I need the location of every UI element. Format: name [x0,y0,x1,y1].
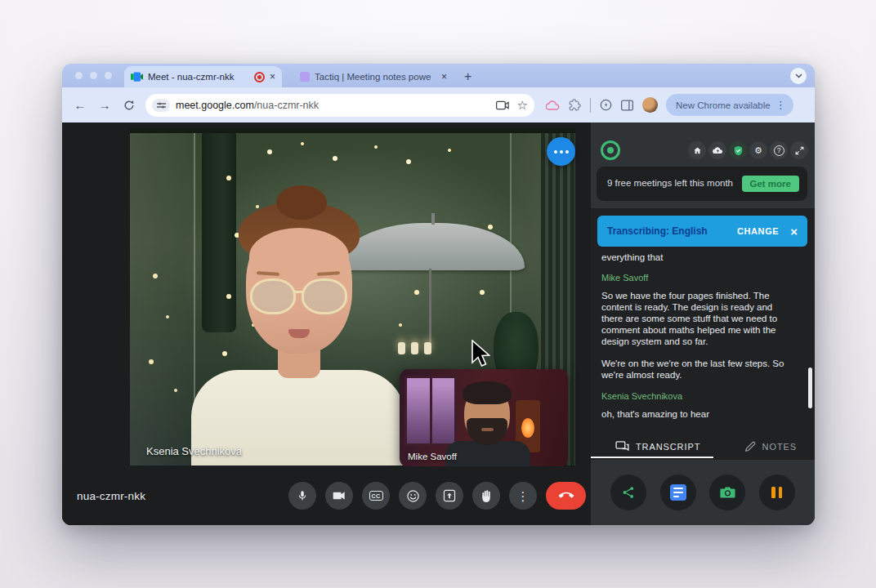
tactiq-header: ⚙ ? 9 free meetings left this month Get … [591,122,815,208]
google-docs-icon [670,484,686,501]
more-options-button[interactable]: ⋮ [509,482,537,510]
mouse-cursor [471,340,490,369]
present-screen-button[interactable] [436,482,463,510]
forward-button[interactable]: → [95,96,114,115]
chevron-down-icon [795,74,802,78]
tab-close-icon[interactable]: × [441,72,447,82]
pause-icon [771,487,782,498]
captions-button[interactable]: CC [362,482,390,510]
scrollbar-thumb[interactable] [808,368,812,408]
end-call-icon [556,485,576,506]
pip-name-label: Mike Savoff [408,452,457,461]
get-more-button[interactable]: Get more [742,176,800,192]
reload-button[interactable] [119,96,139,115]
chrome-update-button[interactable]: New Chrome available ⋮ [666,94,793,116]
bookmark-star-icon[interactable]: ☆ [517,98,528,113]
extension-badge-icon[interactable] [600,99,612,111]
tactiq-actions-bar [591,460,815,525]
home-icon[interactable] [688,141,706,159]
tactiq-sidebar: ⚙ ? 9 free meetings left this month Get … [591,122,815,525]
close-window-button[interactable] [75,72,83,79]
reactions-button[interactable] [399,482,427,510]
participant-mouth [288,329,310,338]
browser-toolbar: ← → meet.google.com/nua-czmr-nkk [62,87,815,122]
camera-in-use-icon[interactable] [496,100,509,110]
new-tab-button[interactable]: + [464,69,472,84]
tab-title: Meet - nua-czmr-nkk [148,72,249,82]
share-button[interactable] [610,474,646,510]
tab-notes-label: NOTES [762,442,797,452]
change-language-button[interactable]: CHANGE [737,226,779,236]
participant-hair-bun [276,185,327,220]
reload-icon [123,100,135,111]
cloud-sync-icon[interactable] [708,141,726,159]
chrome-update-label: New Chrome available [676,100,771,110]
transcribing-label: Transcribing: English [607,225,708,237]
tab-transcript[interactable]: TRANSCRIPT [615,441,700,452]
url-text: meet.google.com/nua-czmr-nkk [176,100,496,111]
transcript-body[interactable]: everything that Mike Savoff So we have t… [601,252,796,430]
pip-window [404,376,457,446]
glass-panel-left [130,128,195,466]
side-panel-icon[interactable] [621,100,633,111]
glasses-bridge [293,291,304,293]
more-menu-icon[interactable]: ⋮ [775,99,786,111]
chat-icon [615,441,629,452]
pause-button[interactable] [759,474,795,510]
transcript-text: oh, that's amazing to hear [601,408,796,420]
site-settings-icon[interactable] [152,99,170,112]
recording-indicator-icon [254,72,265,82]
maximize-window-button[interactable] [105,72,112,79]
panel-tabs: TRANSCRIPT NOTES [591,435,815,460]
raise-hand-button[interactable] [472,482,500,510]
glasses-lens [250,278,296,314]
pencil-icon [744,441,756,452]
toolbar-divider [590,98,591,113]
screenshot-button[interactable] [709,474,745,510]
tab-tactiq[interactable]: Tactiq | Meeting notes powe × [293,66,454,87]
glasses-lens [302,278,347,314]
pip-hair [463,381,512,404]
meet-favicon-icon [131,72,143,82]
address-bar[interactable]: meet.google.com/nua-czmr-nkk ☆ [145,94,534,117]
close-transcribing-icon[interactable]: × [790,225,798,238]
privacy-shield-icon[interactable] [729,141,747,159]
tab-search-button[interactable] [790,68,807,84]
pink-cloud-extension-icon[interactable] [546,100,560,110]
help-icon[interactable]: ? [770,141,788,159]
profile-avatar[interactable] [642,97,658,113]
tactiq-logo-icon[interactable] [601,140,620,160]
microphone-button[interactable] [288,482,316,510]
patio-umbrella [338,223,525,270]
chat-notification-bubble[interactable] [547,137,575,166]
speaker-name: Ksenia Svechnikova [601,391,796,401]
pip-video-tile[interactable]: Mike Savoff [400,369,568,467]
camera-button[interactable] [325,482,353,510]
tab-title: Tactiq | Meeting notes powe [315,72,436,82]
camera-icon [720,486,735,499]
extensions-puzzle-icon[interactable] [569,99,581,111]
end-call-button[interactable] [546,482,586,510]
back-button[interactable]: ← [70,96,90,115]
candles [398,342,431,354]
export-to-docs-button[interactable] [660,474,696,510]
settings-gear-icon[interactable]: ⚙ [749,141,767,159]
expand-icon[interactable] [790,141,808,159]
tab-notes[interactable]: NOTES [744,441,797,452]
window-controls[interactable] [75,72,112,79]
captions-icon: CC [369,491,383,501]
url-domain: meet.google.com [176,100,254,111]
browser-window: Meet - nua-czmr-nkk × Tactiq | Meeting n… [62,64,815,525]
tab-meet[interactable]: Meet - nua-czmr-nkk × [124,66,282,87]
tab-close-icon[interactable]: × [270,72,275,82]
url-path: /nua-czmr-nkk [254,100,319,111]
meeting-code: nua-czmr-nkk [77,490,145,502]
background-tree [202,128,236,332]
frame-top [130,128,575,133]
minimize-window-button[interactable] [90,72,97,79]
umbrella-pole [429,269,431,346]
transcript-panel: Transcribing: English CHANGE × everythin… [591,208,815,460]
pip-mouth [481,428,494,431]
free-meetings-text: 9 free meetings left this month [605,177,735,190]
free-meetings-banner: 9 free meetings left this month Get more [597,167,807,201]
